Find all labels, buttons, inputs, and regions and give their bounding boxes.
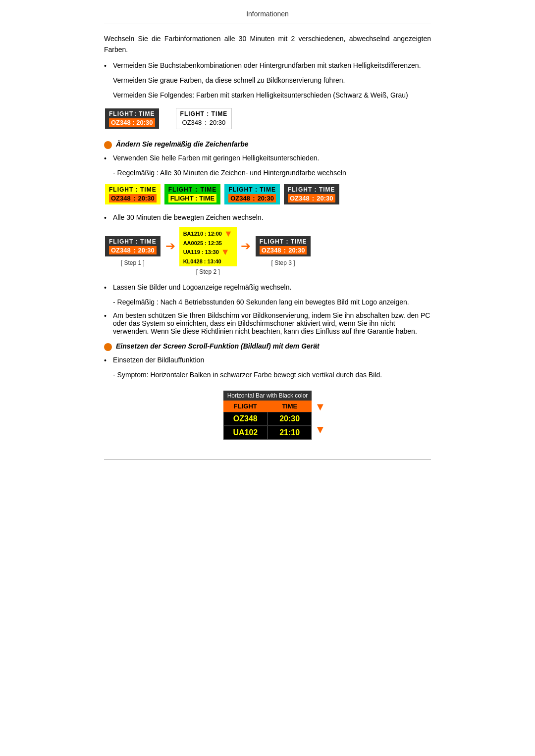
- fh-y-sep: :: [133, 186, 140, 193]
- bottom-display-wrapper: Horizontal Bar with Black color FLIGHT T…: [223, 386, 312, 450]
- flight-box-cyan: FLIGHT : TIME OZ348 : 20:30: [224, 184, 280, 204]
- orange-bullet-1: Ändern Sie regelmäßig die Zeichenfarbe: [104, 140, 431, 149]
- fd-d2: 20:30: [317, 195, 333, 202]
- step3-flight-box: FLIGHT : TIME OZ348 : 20:30: [256, 236, 311, 256]
- orange-circle-1: [104, 141, 112, 149]
- fh-g1: FLIGHT: [168, 186, 193, 193]
- bullet-content-5: Am besten schützen Sie Ihren Bildschirm …: [113, 311, 431, 335]
- flight-box-dark2: FLIGHT : TIME OZ348 : 20:30: [284, 184, 339, 204]
- s1-d-sep: :: [131, 247, 137, 254]
- bullet-dot-5: •: [104, 312, 113, 320]
- fh-c1: FLIGHT: [228, 186, 253, 193]
- flight-data-3: OZ348: [182, 119, 202, 126]
- s2-line1b: AA0025 : 12:35: [183, 240, 222, 246]
- variant-row: FLIGHT : TIME OZ348 : 20:30 FLIGHT : TIM…: [104, 183, 431, 205]
- step2-box: BA1210 : 12:00 ▼ AA0025 : 12:35 UA119 : …: [179, 227, 237, 275]
- bullet-item-2: • Verwenden Sie helle Farben mit geringe…: [104, 154, 431, 162]
- bullet-content-2: Verwenden Sie helle Farben mit geringen …: [113, 154, 431, 162]
- flight-data-1: OZ348: [111, 119, 131, 126]
- bullet-dot-2: •: [104, 154, 113, 162]
- fh-d-sep: :: [312, 186, 319, 193]
- bullet-item-3: • Alle 30 Minuten die bewegten Zeichen w…: [104, 213, 431, 222]
- fd-g1: FLIGHT: [170, 195, 194, 202]
- step3-box: FLIGHT : TIME OZ348 : 20:30 [ Step 3 ]: [255, 235, 312, 266]
- sub-text-2a: - Regelmäßig : Alle 30 Minuten die Zeich…: [113, 167, 431, 178]
- bullet-dot-4: •: [104, 284, 113, 292]
- bd-header: FLIGHT TIME: [223, 401, 312, 412]
- fh-d1: FLIGHT: [288, 186, 312, 193]
- steps-container: FLIGHT : TIME OZ348 : 20:30 [ Step 1 ] ➔…: [104, 227, 431, 275]
- bullet-dot-6: •: [104, 356, 113, 364]
- arrow-down-1: ▼: [224, 229, 233, 239]
- s2-line1: BA1210 : 12:00: [183, 231, 222, 237]
- s1-h2: TIME: [140, 238, 157, 245]
- flight-sep-3: :: [205, 110, 212, 117]
- flight-box-green: FLIGHT : TIME FLIGHT : TIME: [164, 184, 221, 204]
- bd-col-flight: FLIGHT: [223, 401, 268, 412]
- fh-d2: TIME: [319, 186, 335, 193]
- fd-y2: 20:30: [138, 195, 154, 202]
- s3-d1: OZ348: [262, 247, 281, 254]
- bullet-content-4: Lassen Sie Bilder und Logoanzeige regelm…: [113, 283, 431, 291]
- fd-c2: 20:30: [258, 195, 274, 202]
- fh-y1: FLIGHT: [109, 186, 133, 193]
- orange-label-1: Ändern Sie regelmäßig die Zeichenfarbe: [116, 140, 249, 148]
- flight-data-4: 20:30: [210, 119, 226, 126]
- fd-y-sep: :: [131, 195, 137, 202]
- bullet-content-6: Einsetzen der Bildlauffunktion: [113, 356, 431, 364]
- sub-text-1a: Vermeiden Sie graue Farben, da diese sch…: [113, 75, 431, 86]
- arrow-right-2: ➔: [241, 239, 251, 253]
- fh-g2: TIME: [201, 186, 217, 193]
- s1-sep: :: [133, 238, 140, 245]
- compare-row: FLIGHT : TIME OZ348 : 20:30 FLIGHT : TIM…: [104, 107, 431, 130]
- bar-title: Horizontal Bar with Black color: [223, 391, 312, 401]
- s3-h2: TIME: [291, 238, 307, 245]
- orange-circle-2: [104, 343, 112, 351]
- s1-d2: 20:30: [138, 247, 154, 254]
- flight-box-light: FLIGHT : TIME OZ348 : 20:30: [176, 108, 232, 129]
- orange-label-2: Einsetzen der Screen Scroll-Funktion (Bi…: [116, 342, 320, 350]
- bottom-display-container: Horizontal Bar with Black color FLIGHT T…: [104, 386, 431, 450]
- flight-header-2: TIME: [139, 110, 155, 117]
- flight-header-3: FLIGHT: [180, 110, 205, 117]
- bullet-content-1: Vermeiden Sie Buchstabenkombinationen od…: [113, 61, 431, 69]
- fd-c1: OZ348: [230, 195, 250, 202]
- fh-c2: TIME: [260, 186, 276, 193]
- flight-data-2: 20:30: [136, 119, 153, 126]
- flight-sep-2: :: [131, 119, 137, 126]
- bd-arrow-1: ▼: [315, 401, 326, 413]
- bullet-text-4: Lassen Sie Bilder und Logoanzeige regelm…: [113, 283, 431, 291]
- intro-text: Wechseln Sie die Farbinformationen alle …: [104, 33, 431, 55]
- page-title: Informationen: [104, 10, 431, 23]
- flight-box-yellow: FLIGHT : TIME OZ348 : 20:30: [105, 184, 160, 204]
- bullet-item-6: • Einsetzen der Bildlauffunktion: [104, 356, 431, 364]
- arrow-down-2: ▼: [221, 247, 230, 257]
- bullet-content-3: Alle 30 Minuten die bewegten Zeichen wec…: [113, 213, 431, 221]
- s2-line2b: KL0428 : 13:40: [183, 258, 221, 264]
- s1-d1: OZ348: [111, 247, 131, 254]
- bullet-text-3: Alle 30 Minuten die bewegten Zeichen wec…: [113, 213, 431, 221]
- flight-sep-1: :: [135, 110, 137, 117]
- bd-arrow-2: ▼: [315, 423, 326, 436]
- flight-box-dark: FLIGHT : TIME OZ348 : 20:30: [105, 108, 159, 129]
- bullet-item-5: • Am besten schützen Sie Ihren Bildschir…: [104, 311, 431, 335]
- bd-row-2: UA102 21:10: [223, 426, 312, 440]
- bullet-text-5: Am besten schützen Sie Ihren Bildschirm …: [113, 311, 431, 335]
- bd-time-label: TIME: [282, 403, 297, 410]
- fd-d-sep: :: [310, 195, 316, 202]
- fd-g-sep: :: [194, 195, 200, 202]
- orange-bullet-2: Einsetzen der Screen Scroll-Funktion (Bi…: [104, 342, 431, 351]
- s3-d-sep: :: [282, 247, 288, 254]
- bd-arrows: ▼ ▼: [315, 401, 326, 436]
- bullet-item-4: • Lassen Sie Bilder und Logoanzeige rege…: [104, 283, 431, 292]
- sub-text-4a: - Regelmäßig : Nach 4 Betriebsstunden 60…: [113, 297, 431, 307]
- s1-h1: FLIGHT: [109, 238, 133, 245]
- step1-flight-box: FLIGHT : TIME OZ348 : 20:30: [105, 236, 160, 256]
- sub-text-6a: - Symptom: Horizontaler Balken in schwar…: [113, 369, 431, 380]
- bullet-text-6: Einsetzen der Bildlauffunktion: [113, 356, 431, 364]
- s3-d2: 20:30: [288, 247, 305, 254]
- fd-d1: OZ348: [290, 195, 310, 202]
- s2-line2a: UA119 : 13:30: [183, 249, 219, 255]
- fd-y1: OZ348: [111, 195, 131, 202]
- step2-label: [ Step 2 ]: [196, 268, 220, 275]
